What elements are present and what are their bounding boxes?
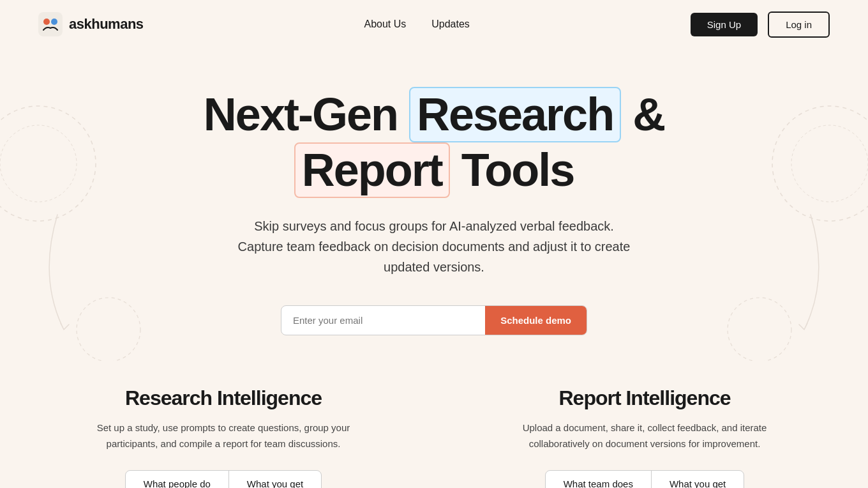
research-intelligence-card: Research Intelligence Set up a study, us… xyxy=(26,386,421,488)
report-tab-buttons: What team does What you get xyxy=(545,470,745,488)
title-report: Report xyxy=(294,142,450,198)
hero-title: Next-Gen Research & Report Tools xyxy=(147,87,721,198)
subtitle-line2: Capture team feedback on decision docume… xyxy=(238,240,631,274)
report-tab-team[interactable]: What team does xyxy=(546,471,652,488)
title-suffix: Tools xyxy=(461,144,574,195)
hero-subtitle: Skip surveys and focus groups for AI-ana… xyxy=(217,216,651,277)
research-tab-buttons: What people do What you get xyxy=(125,470,322,488)
nav-about-us[interactable]: About Us xyxy=(364,19,406,30)
bottom-section: Research Intelligence Set up a study, us… xyxy=(0,361,868,488)
report-intelligence-title: Report Intelligence xyxy=(558,386,730,410)
schedule-demo-button[interactable]: Schedule demo xyxy=(485,306,587,335)
logo-icon xyxy=(38,12,63,36)
svg-point-5 xyxy=(77,298,140,361)
research-intelligence-desc: Set up a study, use prompts to create qu… xyxy=(83,420,364,452)
research-intelligence-title: Research Intelligence xyxy=(125,386,322,410)
title-prefix: Next-Gen xyxy=(204,89,398,140)
svg-point-6 xyxy=(772,106,868,221)
svg-point-8 xyxy=(728,298,791,361)
deco-left-icon xyxy=(0,87,153,361)
deco-right-icon xyxy=(715,87,868,361)
research-tab-get[interactable]: What you get xyxy=(229,471,321,488)
report-intelligence-desc: Upload a document, share it, collect fee… xyxy=(504,420,785,452)
logo-text: askhumans xyxy=(69,16,144,33)
svg-rect-0 xyxy=(38,12,63,36)
title-research: Research xyxy=(409,87,621,142)
logo-link[interactable]: askhumans xyxy=(38,12,144,36)
svg-point-4 xyxy=(0,125,77,202)
nav-links: About Us Updates xyxy=(364,19,469,30)
nav-actions: Sign Up Log in xyxy=(691,11,830,38)
svg-point-7 xyxy=(791,125,868,202)
research-tab-people[interactable]: What people do xyxy=(126,471,229,488)
sign-up-button[interactable]: Sign Up xyxy=(691,13,758,36)
subtitle-line1: Skip surveys and focus groups for AI-ana… xyxy=(254,219,614,233)
email-input[interactable] xyxy=(281,306,485,335)
report-intelligence-card: Report Intelligence Upload a document, s… xyxy=(447,386,842,488)
svg-point-3 xyxy=(0,106,96,221)
navigation: askhumans About Us Updates Sign Up Log i… xyxy=(0,0,868,49)
log-in-button[interactable]: Log in xyxy=(768,11,830,38)
title-ampersand: & xyxy=(632,89,664,140)
email-form: Schedule demo xyxy=(281,305,587,335)
svg-point-1 xyxy=(43,19,50,25)
report-tab-get[interactable]: What you get xyxy=(652,471,744,488)
hero-section: Next-Gen Research & Report Tools Skip su… xyxy=(0,49,868,361)
nav-updates[interactable]: Updates xyxy=(431,19,470,30)
svg-point-2 xyxy=(51,19,57,25)
